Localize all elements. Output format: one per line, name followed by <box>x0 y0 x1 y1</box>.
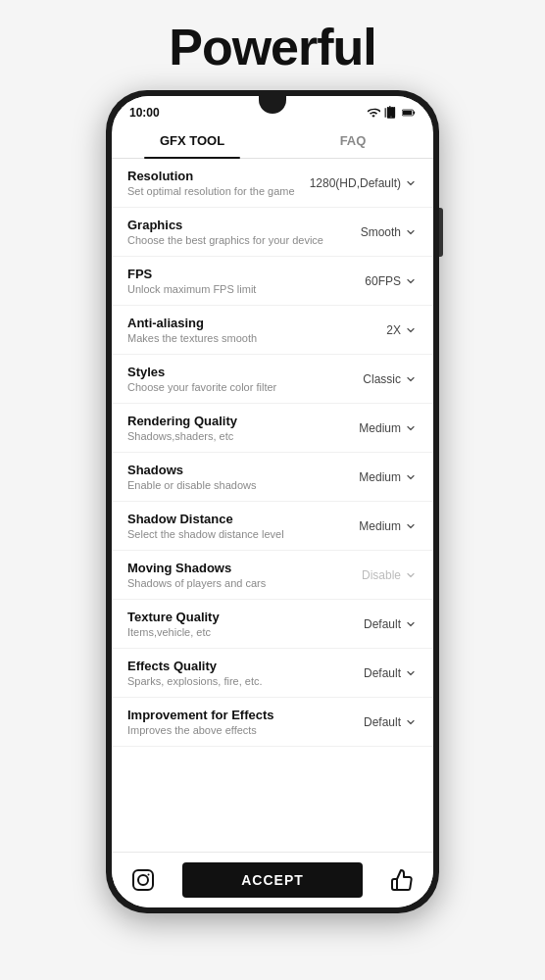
svg-rect-2 <box>414 112 415 115</box>
signal-icon <box>384 106 398 120</box>
chevron-down-icon-effects-quality <box>404 666 418 680</box>
setting-control-effects-quality[interactable]: Default <box>329 666 418 680</box>
setting-control-moving-shadows[interactable]: Disable <box>329 568 418 582</box>
setting-item-fps: FPSUnlock maximum FPS limit60FPS <box>112 257 433 306</box>
settings-list: ResolutionSet optimal resolution for the… <box>112 159 433 852</box>
setting-title-shadows: Shadows <box>127 463 329 477</box>
setting-title-improvement-effects: Improvement for Effects <box>127 708 329 722</box>
setting-item-antialiasing: Anti-aliasingMakes the textures smooth2X <box>112 306 433 355</box>
setting-item-rendering: Rendering QualityShadows,shaders, etcMed… <box>112 404 433 453</box>
setting-value-moving-shadows: Disable <box>362 568 401 582</box>
setting-item-shadows: ShadowsEnable or disable shadowsMedium <box>112 453 433 502</box>
chevron-down-icon-texture-quality <box>404 617 418 631</box>
setting-control-fps[interactable]: 60FPS <box>329 274 418 288</box>
setting-control-rendering[interactable]: Medium <box>329 421 418 435</box>
setting-value-effects-quality: Default <box>364 666 401 680</box>
setting-title-texture-quality: Texture Quality <box>127 610 329 624</box>
setting-control-improvement-effects[interactable]: Default <box>329 715 418 729</box>
setting-item-styles: StylesChoose your favorite color filterC… <box>112 355 433 404</box>
setting-item-moving-shadows: Moving ShadowsShadows of players and car… <box>112 551 433 600</box>
setting-title-moving-shadows: Moving Shadows <box>127 561 329 575</box>
setting-item-graphics: GraphicsChoose the best graphics for you… <box>112 208 433 257</box>
status-icons <box>367 106 416 120</box>
setting-value-improvement-effects: Default <box>364 715 401 729</box>
tabs: GFX TOOL FAQ <box>112 123 433 159</box>
setting-desc-rendering: Shadows,shaders, etc <box>127 430 329 442</box>
chevron-down-icon-shadow-distance <box>404 519 418 533</box>
battery-icon <box>402 106 416 120</box>
status-bar: 10:00 <box>112 96 433 123</box>
setting-value-antialiasing: 2X <box>386 323 401 337</box>
wifi-icon <box>367 106 380 120</box>
notch <box>259 96 286 114</box>
setting-value-graphics: Smooth <box>361 225 401 239</box>
setting-desc-resolution: Set optimal resolution for the game <box>127 185 310 197</box>
setting-title-rendering: Rendering Quality <box>127 414 329 428</box>
setting-control-shadows[interactable]: Medium <box>329 470 418 484</box>
setting-control-graphics[interactable]: Smooth <box>329 225 418 239</box>
tab-gfx-tool[interactable]: GFX TOOL <box>112 123 272 158</box>
setting-desc-improvement-effects: Improves the above effects <box>127 724 329 736</box>
chevron-down-icon-rendering <box>404 421 418 435</box>
chevron-down-icon-shadows <box>404 470 418 484</box>
svg-rect-3 <box>403 111 412 115</box>
setting-title-antialiasing: Anti-aliasing <box>127 316 329 330</box>
setting-desc-texture-quality: Items,vehicle, etc <box>127 626 329 638</box>
tab-faq[interactable]: FAQ <box>272 123 433 158</box>
setting-value-resolution: 1280(HD,Default) <box>310 176 401 190</box>
setting-value-shadow-distance: Medium <box>359 519 401 533</box>
setting-control-shadow-distance[interactable]: Medium <box>329 519 418 533</box>
setting-desc-shadow-distance: Select the shadow distance level <box>127 528 329 540</box>
setting-desc-graphics: Choose the best graphics for your device <box>127 234 329 246</box>
chevron-down-icon-graphics <box>404 225 418 239</box>
setting-title-effects-quality: Effects Quality <box>127 659 329 673</box>
chevron-down-icon-antialiasing <box>404 323 418 337</box>
setting-title-fps: FPS <box>127 267 329 281</box>
status-time: 10:00 <box>129 106 160 120</box>
chevron-down-icon-styles <box>404 372 418 386</box>
thumbsup-icon[interactable] <box>386 864 418 896</box>
setting-desc-effects-quality: Sparks, explosions, fire, etc. <box>127 675 329 687</box>
setting-control-resolution[interactable]: 1280(HD,Default) <box>310 176 418 190</box>
setting-title-graphics: Graphics <box>127 218 329 232</box>
setting-item-texture-quality: Texture QualityItems,vehicle, etcDefault <box>112 600 433 649</box>
setting-value-styles: Classic <box>363 372 401 386</box>
setting-desc-antialiasing: Makes the textures smooth <box>127 332 329 344</box>
svg-point-5 <box>138 875 148 885</box>
setting-control-texture-quality[interactable]: Default <box>329 617 418 631</box>
setting-title-styles: Styles <box>127 365 329 379</box>
setting-item-effects-quality: Effects QualitySparks, explosions, fire,… <box>112 649 433 698</box>
chevron-down-icon-moving-shadows <box>404 568 418 582</box>
setting-title-resolution: Resolution <box>127 169 310 183</box>
phone-frame: 10:00 <box>106 90 439 913</box>
bottom-bar: ACCEPT <box>112 852 433 907</box>
setting-control-styles[interactable]: Classic <box>329 372 418 386</box>
setting-value-texture-quality: Default <box>364 617 401 631</box>
setting-value-fps: 60FPS <box>365 274 401 288</box>
setting-title-shadow-distance: Shadow Distance <box>127 512 329 526</box>
setting-item-shadow-distance: Shadow DistanceSelect the shadow distanc… <box>112 502 433 551</box>
setting-value-shadows: Medium <box>359 470 401 484</box>
chevron-down-icon-improvement-effects <box>404 715 418 729</box>
svg-point-6 <box>148 874 150 876</box>
setting-desc-styles: Choose your favorite color filter <box>127 381 329 393</box>
setting-desc-shadows: Enable or disable shadows <box>127 479 329 491</box>
instagram-icon[interactable] <box>127 864 159 896</box>
setting-item-improvement-effects: Improvement for EffectsImproves the abov… <box>112 698 433 747</box>
page-title: Powerful <box>169 18 376 76</box>
setting-item-resolution: ResolutionSet optimal resolution for the… <box>112 159 433 208</box>
phone-screen: 10:00 <box>112 96 433 907</box>
svg-rect-4 <box>133 870 153 890</box>
setting-desc-fps: Unlock maximum FPS limit <box>127 283 329 295</box>
setting-desc-moving-shadows: Shadows of players and cars <box>127 577 329 589</box>
setting-value-rendering: Medium <box>359 421 401 435</box>
chevron-down-icon-resolution <box>404 176 418 190</box>
chevron-down-icon-fps <box>404 274 418 288</box>
setting-control-antialiasing[interactable]: 2X <box>329 323 418 337</box>
accept-button[interactable]: ACCEPT <box>182 862 363 898</box>
